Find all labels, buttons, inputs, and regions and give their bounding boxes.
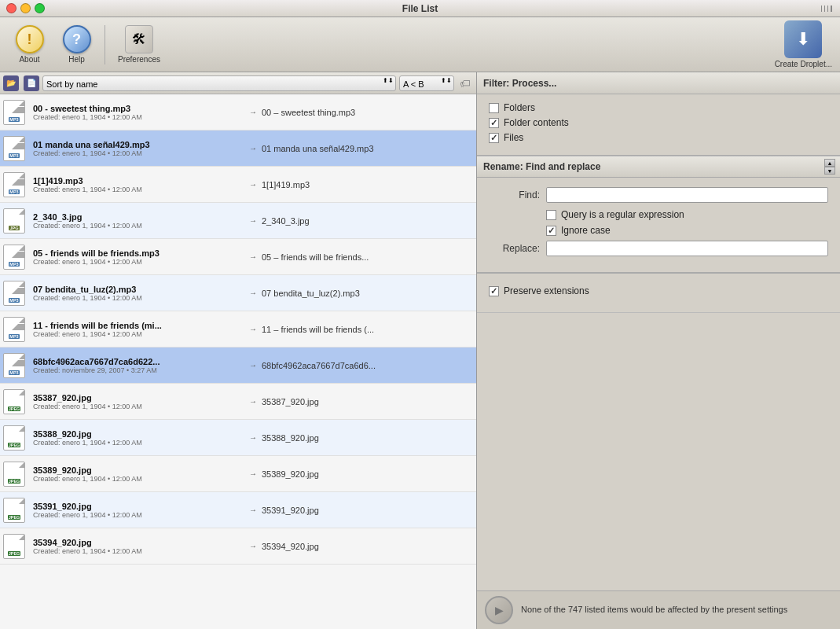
replace-label: Replace: — [489, 243, 540, 254]
file-new-name: 05 – friends will be friends... — [262, 252, 473, 262]
query-regex-row: Query is a regular expression — [546, 209, 828, 220]
create-droplet-button[interactable]: ⬇ — [784, 20, 822, 58]
window-controls[interactable] — [6, 3, 45, 13]
status-text-content: None of the 747 listed items would be af… — [521, 605, 787, 614]
file-list[interactable]: MP3 00 - sweetest thing.mp3 Created: ene… — [0, 94, 476, 629]
filter-bar: Filter: Process... — [477, 72, 840, 94]
file-name: 05 - friends will be friends.mp3 — [33, 248, 244, 258]
file-date: Created: enero 1, 1904 • 12:00 AM — [33, 222, 244, 230]
list-item[interactable]: JPEG 35387_920.jpg Created: enero 1, 190… — [0, 384, 476, 420]
file-info: 1[1]419.mp3 Created: enero 1, 1904 • 12:… — [33, 176, 244, 193]
preserve-ext-label: Preserve extensions — [504, 285, 589, 296]
file-new-name: 11 – friends will be friends (... — [262, 325, 473, 334]
about-icon: ! — [16, 25, 44, 53]
file-name: 2_340_3.jpg — [33, 212, 244, 222]
file-info: 2_340_3.jpg Created: enero 1, 1904 • 12:… — [33, 212, 244, 230]
file-icon: JPEG — [3, 498, 28, 523]
minimize-button[interactable] — [20, 3, 31, 13]
replace-input[interactable] — [546, 241, 828, 256]
file-info: 07 bendita_tu_luz(2).mp3 Created: enero … — [33, 285, 244, 302]
list-item[interactable]: MP3 01 manda una señal429.mp3 Created: e… — [0, 131, 476, 167]
file-arrow-icon: → — [249, 361, 257, 370]
list-item[interactable]: JPEG 35388_920.jpg Created: enero 1, 190… — [0, 420, 476, 456]
droplet-icon: ⬇ — [796, 29, 810, 50]
close-button[interactable] — [6, 3, 17, 13]
file-icon: MP3 — [3, 353, 28, 378]
file-info: 11 - friends will be friends (mi... Crea… — [33, 321, 244, 338]
list-item[interactable]: MP3 11 - friends will be friends (mi... … — [0, 311, 476, 348]
file-name: 68bfc4962aca7667d7ca6d622... — [33, 357, 244, 366]
list-item[interactable]: MP3 1[1]419.mp3 Created: enero 1, 1904 •… — [0, 167, 476, 203]
folders-row: Folders — [489, 102, 828, 113]
toolbar: ! About ? Help 🛠 Preferences ⬇ Create Dr… — [0, 17, 840, 72]
title-bar: File List — [0, 0, 840, 17]
order-select[interactable]: A < B — [399, 75, 454, 91]
list-item[interactable]: JPEG 35391_920.jpg Created: enero 1, 190… — [0, 492, 476, 528]
right-panel: Filter: Process... Folders Folder conten… — [477, 72, 840, 629]
stepper-up[interactable]: ▲ — [824, 159, 835, 167]
tag-icon[interactable]: 🏷 — [457, 75, 473, 91]
file-new-name: 35388_920.jpg — [262, 433, 473, 443]
toolbar-separator-1 — [105, 25, 105, 64]
file-name: 35394_920.jpg — [33, 538, 244, 547]
list-item[interactable]: JPEG 35389_920.jpg Created: enero 1, 190… — [0, 456, 476, 492]
file-arrow-icon: → — [249, 108, 257, 116]
folders-checkbox[interactable] — [489, 103, 499, 113]
preferences-button[interactable]: 🛠 Preferences — [112, 21, 167, 68]
rename-stepper[interactable]: ▲ ▼ — [824, 159, 835, 175]
find-label: Find: — [489, 189, 540, 200]
create-droplet-label: Create Droplet... — [775, 60, 832, 68]
list-item[interactable]: JPG 2_340_3.jpg Created: enero 1, 1904 •… — [0, 203, 476, 239]
add-folder-icon[interactable]: 📂 — [3, 75, 19, 91]
play-button[interactable]: ▶ — [485, 596, 513, 624]
main-content: 📂 📄 Sort by name A < B 🏷 MP3 00 - sweete… — [0, 72, 840, 629]
sort-select[interactable]: Sort by name — [42, 75, 396, 91]
list-item[interactable]: MP3 00 - sweetest thing.mp3 Created: ene… — [0, 94, 476, 131]
stepper-down[interactable]: ▼ — [824, 167, 835, 175]
folder-contents-label: Folder contents — [504, 117, 569, 128]
file-name: 00 - sweetest thing.mp3 — [33, 104, 244, 113]
help-icon: ? — [63, 25, 91, 53]
file-icon: MP3 — [3, 281, 28, 306]
file-name: 35389_920.jpg — [33, 465, 244, 475]
file-info: 35391_920.jpg Created: enero 1, 1904 • 1… — [33, 502, 244, 519]
preserve-ext-checkbox[interactable] — [489, 286, 499, 296]
ignore-case-label: Ignore case — [561, 225, 611, 236]
help-button[interactable]: ? Help — [55, 21, 98, 68]
folder-contents-checkbox[interactable] — [489, 118, 499, 128]
file-icon: MP3 — [3, 172, 28, 197]
file-icon: MP3 — [3, 100, 28, 125]
list-item[interactable]: MP3 68bfc4962aca7667d7ca6d622... Created… — [0, 348, 476, 384]
file-new-name: 35394_920.jpg — [262, 542, 473, 551]
maximize-button[interactable] — [35, 3, 45, 13]
find-input[interactable] — [546, 187, 828, 203]
window-title: File List — [402, 3, 438, 14]
preserve-ext-row: Preserve extensions — [489, 285, 828, 296]
list-item[interactable]: MP3 07 bendita_tu_luz(2).mp3 Created: en… — [0, 275, 476, 311]
preserve-extensions-section: Preserve extensions — [477, 274, 840, 313]
list-item[interactable]: MP3 05 - friends will be friends.mp3 Cre… — [0, 239, 476, 275]
add-files-icon[interactable]: 📄 — [24, 75, 39, 91]
file-arrow-icon: → — [249, 216, 257, 225]
file-list-wrapper: MP3 00 - sweetest thing.mp3 Created: ene… — [0, 94, 476, 629]
folder-contents-row: Folder contents — [489, 117, 828, 128]
order-select-wrapper: A < B — [399, 75, 454, 91]
files-checkbox[interactable] — [489, 133, 499, 143]
find-row: Find: — [489, 187, 828, 203]
rename-bar: Rename: Find and replace ▲ ▼ — [477, 156, 840, 178]
query-regex-checkbox[interactable] — [546, 210, 556, 220]
about-button[interactable]: ! About — [8, 21, 51, 68]
filter-options: Folders Folder contents Files — [477, 94, 840, 156]
rename-label: Rename: Find and replace — [483, 161, 600, 172]
list-item[interactable]: JPEG 35394_920.jpg Created: enero 1, 190… — [0, 528, 476, 565]
file-date: Created: enero 1, 1904 • 12:00 AM — [33, 113, 244, 121]
file-new-name: 07 bendita_tu_luz(2).mp3 — [262, 289, 473, 298]
file-name: 1[1]419.mp3 — [33, 176, 244, 186]
status-text: None of the 747 listed items would be af… — [521, 604, 787, 616]
file-date: Created: enero 1, 1904 • 12:00 AM — [33, 475, 244, 483]
file-icon: JPG — [3, 208, 28, 234]
file-info: 35387_920.jpg Created: enero 1, 1904 • 1… — [33, 393, 244, 410]
ignore-case-checkbox[interactable] — [546, 226, 556, 236]
file-info: 00 - sweetest thing.mp3 Created: enero 1… — [33, 104, 244, 121]
about-label: About — [19, 55, 39, 64]
